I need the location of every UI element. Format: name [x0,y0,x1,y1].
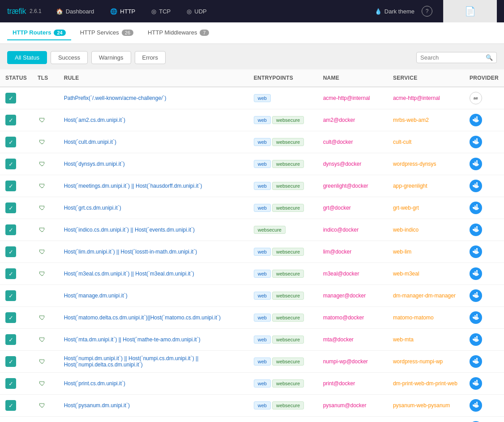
rule-link[interactable]: PathPrefix(`/.well-known/acme-challenge/… [64,95,167,101]
rule-link[interactable]: Host(`manage.dm.unipi.it`) [64,293,128,299]
table-row[interactable]: ✓🛡Host(`numpi.dm.unipi.it`) || Host(`num… [0,351,504,373]
svg-rect-64 [476,337,478,339]
cell-rule[interactable]: Host(`lim.dm.unipi.it`) || Host(`losstt-… [59,241,248,263]
table-row[interactable]: ✓🛡Host(`lim.dm.unipi.it`) || Host(`losst… [0,241,504,263]
rule-link[interactable]: Host(`indico.cs.dm.unipi.it`) || Host(`e… [64,227,195,233]
table-row[interactable]: ✓🛡Host(`meetings.dm.unipi.it`) || Host(`… [0,175,504,197]
home-icon: 🏠 [56,8,63,15]
cell-rule[interactable]: Host(`mta.dm.unipi.it`) || Host(`mathe-t… [59,329,248,351]
cell-rule[interactable]: Host(`am2.cs.dm.unipi.it`) [59,109,248,131]
cell-rule[interactable]: Host(`indico.cs.dm.unipi.it`) || Host(`e… [59,219,248,241]
svg-rect-71 [476,358,478,359]
cell-name: indico@docker [318,219,388,241]
provider-icon-docker [470,355,482,368]
rule-link[interactable]: Host(`numpi.dm.unipi.it`) || Host(`numpi… [64,355,199,368]
nav-dashboard[interactable]: 🏠 Dashboard [52,6,98,17]
cell-entrypoints: webwebsecure [248,263,318,285]
status-icon: ✓ [5,400,16,411]
filter-success[interactable]: Success [51,51,88,64]
cell-name: rooms-di@docker [318,417,388,422]
cell-rule[interactable]: Host(`meetings.dm.unipi.it`) || Host(`ha… [59,175,248,197]
tab-http-routers[interactable]: HTTP Routers 24 [7,26,71,40]
entrypoint-tag: web [254,138,271,146]
router-name: am2@docker [323,117,355,123]
nav-http[interactable]: 🌐 HTTP [107,6,139,17]
rule-link[interactable]: Host(`print.cs.dm.unipi.it`) [64,380,125,387]
cell-rule[interactable]: Host(`cult.dm.unipi.it`) [59,131,248,153]
table-row[interactable]: ✓🛡Host(`am2.cs.dm.unipi.it`)webwebsecure… [0,109,504,131]
rule-link[interactable]: Host(`am2.cs.dm.unipi.it`) [64,117,125,123]
table-row[interactable]: ✓PathPrefix(`/.well-known/acme-challenge… [0,87,504,109]
filter-errors[interactable]: Errors [135,51,166,64]
cell-entrypoints: webwebsecure [248,285,318,307]
rule-link[interactable]: Host(`pysanum.dm.unipi.it`) [64,402,130,409]
filter-all[interactable]: All Status [7,51,47,64]
provider-icon-docker [470,333,482,346]
tab-http-middlewares[interactable]: HTTP Middlewares 7 [142,26,214,40]
rule-link[interactable]: Host(`lim.dm.unipi.it`) || Host(`losstt-… [64,249,197,255]
cell-provider [464,285,504,307]
tab-services-label: HTTP Services [80,29,119,36]
svg-rect-82 [476,403,478,405]
cell-rule[interactable]: Host(`manage.dm.unipi.it`) [59,285,248,307]
provider-icon-ae: ae [470,92,482,104]
rule-link[interactable]: Host(`grt.cs.dm.unipi.it`) [64,205,121,211]
table-row[interactable]: ✓🛡Host(`cult.dm.unipi.it`)webwebsecurecu… [0,131,504,153]
status-icon: ✓ [5,290,16,301]
table-row[interactable]: ✓🛡Host(`grt.cs.dm.unipi.it`)webwebsecure… [0,197,504,219]
entrypoint-tag: websecure [272,292,304,300]
rule-link[interactable]: Host(`cult.dm.unipi.it`) [64,139,116,145]
cell-tls: 🛡 [32,109,59,131]
service-name: app-greenlight [393,183,427,189]
cell-rule[interactable]: Host(`pysanum.dm.unipi.it`) [59,395,248,417]
search-input[interactable] [420,54,483,61]
cell-provider [464,263,504,285]
table-row[interactable]: ✓🛡Host(`matomo.delta.cs.dm.unipi.it`)||H… [0,307,504,329]
table-row[interactable]: ✓🛡Host(`print.cs.dm.unipi.it`)webwebsecu… [0,373,504,395]
cell-name: acme-http@internal [318,87,388,109]
help-button[interactable]: ? [422,6,432,17]
tab-http-services[interactable]: HTTP Services 26 [75,26,139,40]
nav-tcp[interactable]: ◎ TCP [148,6,174,17]
cell-rule[interactable]: Host(`numpi.dm.unipi.it`) || Host(`numpi… [59,351,248,373]
cell-rule[interactable]: Host(`matomo.delta.cs.dm.unipi.it`)||Hos… [59,307,248,329]
table-row[interactable]: ✓🛡Host(`m3eal.cs.dm.unipi.it`) || Host(`… [0,263,504,285]
table-row[interactable]: ✓🛡Host(`indico.cs.dm.unipi.it`) || Host(… [0,219,504,241]
nav-udp[interactable]: ◎ UDP [183,6,210,17]
rule-link[interactable]: Host(`meetings.dm.unipi.it`) || Host(`ha… [64,183,202,189]
tls-shield-icon: 🛡 [38,159,47,168]
dark-theme-button[interactable]: 💧 Dark theme [375,8,414,15]
cell-rule[interactable]: PathPrefix(`/.well-known/acme-challenge/… [59,87,248,109]
filter-warnings[interactable]: Warnings [91,51,131,64]
cell-rule[interactable]: Host(`print.cs.dm.unipi.it`) [59,373,248,395]
cell-service: web-lim [388,241,464,263]
cell-provider [464,395,504,417]
cell-rule[interactable]: Host(`grt.cs.dm.unipi.it`) [59,197,248,219]
entrypoint-tag: websecure [272,401,304,409]
cell-rule[interactable]: Host(`rooms-di.cs.dm.unipi.it`) || Host(… [59,417,248,422]
table-row[interactable]: ✓Host(`manage.dm.unipi.it`)webwebsecurem… [0,285,504,307]
table-row[interactable]: ✓🛡Host(`rooms-di.cs.dm.unipi.it`) || Hos… [0,417,504,422]
cell-status: ✓ [0,263,32,285]
tls-shield-icon: 🛡 [38,203,47,212]
search-box[interactable]: 🔍 [416,52,497,63]
provider-icon-docker [470,202,482,214]
router-name: greenlight@docker [323,183,368,189]
cell-rule[interactable]: Host(`dynsys.dm.unipi.it`) [59,153,248,175]
table-row[interactable]: ✓🛡Host(`dynsys.dm.unipi.it`)webwebsecure… [0,153,504,175]
status-icon: ✓ [5,159,16,169]
rule-link[interactable]: Host(`dynsys.dm.unipi.it`) [64,161,125,167]
svg-rect-77 [476,380,478,381]
rule-link[interactable]: Host(`m3eal.cs.dm.unipi.it`) || Host(`m3… [64,271,194,277]
table-row[interactable]: ✓🛡Host(`pysanum.dm.unipi.it`)webwebsecur… [0,395,504,417]
entrypoint-tag: web [254,160,271,168]
router-name: lim@docker [323,249,352,255]
table-row[interactable]: ✓🛡Host(`mta.dm.unipi.it`) || Host(`mathe… [0,329,504,351]
cell-rule[interactable]: Host(`m3eal.cs.dm.unipi.it`) || Host(`m3… [59,263,248,285]
status-icon: ✓ [5,224,16,235]
rule-link[interactable]: Host(`matomo.delta.cs.dm.unipi.it`)||Hos… [64,314,221,321]
cell-tls: 🛡 [32,131,59,153]
rule-link[interactable]: Host(`mta.dm.unipi.it`) || Host(`mathe-t… [64,336,201,343]
provider-icon-docker [470,114,482,126]
provider-icon-docker [470,289,482,302]
